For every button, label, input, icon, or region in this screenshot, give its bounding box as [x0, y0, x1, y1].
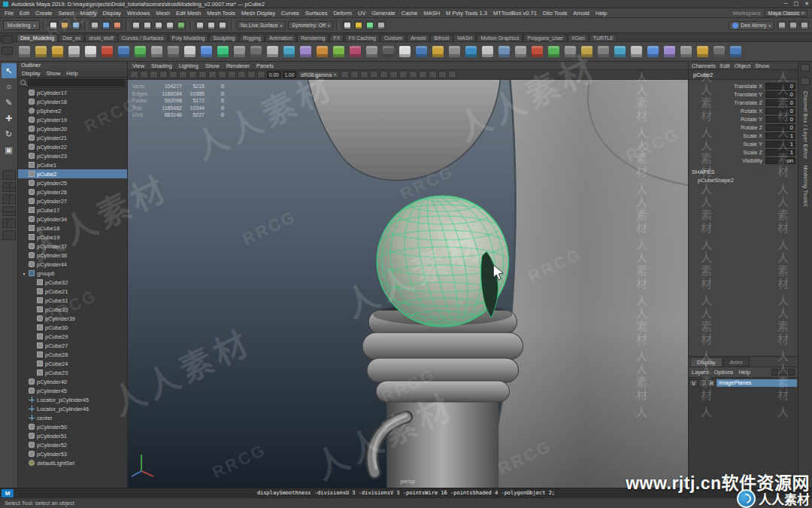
menu-item[interactable]: Curves [281, 10, 299, 17]
layout-hypershade-persp-button[interactable] [2, 230, 16, 240]
workspace-selector[interactable]: Maya Classic [765, 10, 807, 17]
outliner-item[interactable]: pCylinder26 [18, 187, 127, 196]
shelf-tool-icon[interactable] [149, 44, 165, 59]
shelf-tool-icon[interactable] [579, 44, 595, 59]
move-tool-button[interactable]: ✚ [2, 111, 17, 126]
outliner-item[interactable]: pCylinder50 [18, 422, 127, 431]
channel-box-menu-item[interactable]: Channels [692, 62, 716, 69]
outliner-item[interactable]: pCylinder51 [18, 431, 127, 440]
outliner-item[interactable]: pCylinder18 [18, 97, 127, 106]
shelf-tool-icon[interactable] [380, 44, 396, 59]
layout-four-pane-button[interactable] [2, 182, 16, 192]
outliner-item[interactable]: pCube27 [18, 341, 127, 350]
modeling-toolkit-tab[interactable]: Modeling Toolkit [803, 166, 808, 207]
status-divider[interactable] [126, 20, 129, 31]
command-line[interactable]: M displaySmoothness -divisionsU 3 -divis… [0, 488, 812, 497]
shelf-tool-icon[interactable] [678, 44, 694, 59]
lasso-tool-button[interactable]: ○ [2, 79, 17, 94]
outliner-item[interactable]: pCube1 [18, 160, 127, 169]
shelf-tool-icon[interactable] [414, 44, 429, 59]
shelf-tool-icon[interactable] [66, 44, 82, 59]
view-transform-selector[interactable]: sRGB gamma [298, 71, 338, 78]
outliner-item[interactable]: pCylinder25 [18, 178, 127, 187]
layer-editor-menu-item[interactable]: Help [738, 369, 750, 376]
motion-blur-icon[interactable] [370, 71, 378, 78]
viewport-menu-item[interactable]: Show [205, 62, 220, 69]
outliner-item[interactable]: pCube28 [18, 350, 127, 359]
shelf-tool-icon[interactable] [711, 44, 727, 59]
frame-selection-icon[interactable] [257, 71, 265, 78]
outliner-search-input[interactable] [28, 79, 125, 86]
shelf-tab[interactable]: XGen [568, 34, 589, 41]
wireframe-icon[interactable] [419, 71, 427, 78]
shelf-tab-switcher-icon[interactable] [2, 35, 13, 44]
outliner-item[interactable]: center [18, 413, 127, 422]
shelf-tool-icon[interactable] [132, 44, 148, 59]
outliner-menu-item[interactable]: Help [66, 70, 77, 77]
scale-tool-button[interactable]: ▣ [2, 142, 17, 157]
resolution-gate-icon[interactable] [198, 71, 207, 78]
ambient-occlusion-icon[interactable] [360, 71, 368, 78]
shelf-tab[interactable]: Dee_ex [59, 34, 84, 41]
shelf-tool-icon[interactable] [447, 44, 462, 59]
outliner-item[interactable]: pCylinder53 [18, 449, 127, 458]
shelf-tool-icon[interactable] [595, 44, 611, 59]
outliner-item[interactable]: pCube21 [18, 287, 127, 296]
viewport-menu-item[interactable]: Shading [151, 62, 172, 69]
channel-box-menu-item[interactable]: Edit [720, 62, 730, 69]
layer-name[interactable]: imagePlanes [717, 379, 797, 387]
add-empty-layer-icon[interactable] [771, 369, 778, 376]
status-divider[interactable] [189, 20, 192, 31]
outliner-item[interactable]: pCube18 [18, 224, 127, 233]
outliner-item[interactable]: pCylinder40 [18, 377, 127, 386]
outliner-menu-item[interactable]: Show [47, 70, 61, 77]
shelf-tool-icon[interactable] [33, 44, 49, 59]
layer-editor-menu-item[interactable]: Layers [692, 369, 709, 376]
outliner-item[interactable]: pCube32 [18, 278, 127, 287]
select-by-hierarchy-icon[interactable] [90, 20, 100, 30]
shelf-tool-icon[interactable] [463, 44, 479, 59]
outliner-item[interactable]: pCylinder21 [18, 133, 127, 142]
shelf-gear-icon[interactable] [2, 47, 13, 55]
outliner-item[interactable]: pSphere2 [18, 106, 127, 115]
layout-two-pane-stacked-button[interactable] [2, 206, 16, 216]
camera-attributes-icon[interactable] [130, 71, 138, 78]
shelf-tool-icon[interactable] [612, 44, 628, 59]
shelf-tool-icon[interactable] [364, 44, 380, 59]
shelf-tool-icon[interactable] [165, 44, 181, 59]
status-divider[interactable] [84, 20, 87, 31]
add-layer-from-selected-icon[interactable] [780, 369, 786, 376]
menu-item[interactable]: Arnold [573, 10, 589, 17]
outliner-item[interactable]: pCylinder44 [18, 260, 127, 269]
channel-attribute-value[interactable]: 1 [765, 132, 795, 139]
outliner-item[interactable]: pCube30 [18, 323, 127, 332]
shelf-tab[interactable]: TURTLE [589, 34, 617, 41]
outliner-item[interactable]: pCylinder22 [18, 142, 127, 151]
menu-item[interactable]: File [5, 10, 14, 17]
menu-item[interactable]: MASH [423, 10, 440, 17]
channel-attribute-value[interactable]: 0 [765, 116, 795, 123]
shelf-tool-icon[interactable] [397, 44, 413, 59]
shelf-tool-icon[interactable] [496, 44, 512, 59]
menu-item[interactable]: MTToolBox v0.71 [493, 10, 537, 17]
menu-item[interactable]: M Poly Tools 1.3 [446, 10, 487, 17]
expand-arrow-icon[interactable]: ▾ [22, 271, 26, 276]
shelf-tool-icon[interactable] [347, 44, 363, 59]
menu-set-selector[interactable]: Modeling [3, 20, 40, 30]
shelf-tool-icon[interactable] [232, 44, 247, 59]
shelf-tab[interactable]: Animation [265, 34, 296, 41]
shelf-tool-icon[interactable] [480, 44, 495, 59]
gate-mask-icon[interactable] [208, 71, 217, 78]
menu-item[interactable]: Cache [401, 10, 418, 17]
shelf-tool-icon[interactable] [695, 44, 710, 59]
viewport-menu-item[interactable]: Panels [256, 62, 274, 69]
select-by-object-icon[interactable] [102, 20, 111, 30]
rotate-tool-button[interactable]: ↻ [2, 126, 17, 141]
shelf-tool-icon[interactable] [546, 44, 562, 59]
outliner-item[interactable]: pCylinder45 [18, 386, 127, 395]
menu-item[interactable]: Create [35, 10, 53, 17]
render-view-icon[interactable] [342, 20, 352, 30]
layout-two-pane-side-button[interactable] [2, 194, 16, 204]
snap-to-curve-icon[interactable] [143, 20, 153, 30]
user-account-menu[interactable]: Dee Abney [729, 21, 774, 30]
